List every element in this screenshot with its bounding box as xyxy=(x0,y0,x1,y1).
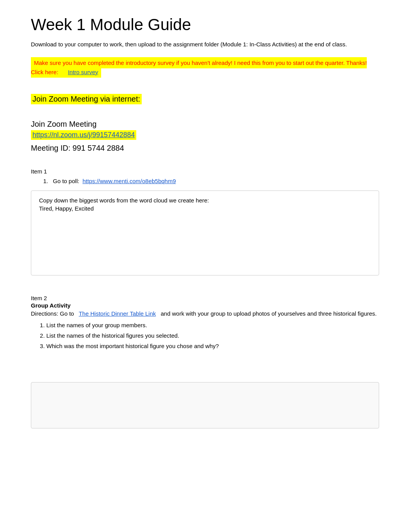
alert-text: Make sure you have completed the introdu… xyxy=(31,57,367,78)
word-cloud-instruction: Copy down the biggest words from the wor… xyxy=(39,197,371,204)
bottom-box xyxy=(31,382,379,428)
alert-block: Make sure you have completed the introdu… xyxy=(31,58,379,77)
page-title: Week 1 Module Guide xyxy=(31,15,379,34)
item1-label: Item 1 xyxy=(31,168,379,175)
intro-survey-link[interactable]: Intro survey xyxy=(68,69,98,75)
page-subtitle: Download to your computer to work, then … xyxy=(31,40,379,49)
zoom-header: Join Zoom Meeting via internet: xyxy=(31,94,379,112)
historic-dinner-table-link[interactable]: The Historic Dinner Table Link xyxy=(79,310,156,317)
item2-list: List the names of your group members.Lis… xyxy=(46,320,379,351)
poll-line: 1. Go to poll: https://www.menti.com/o8e… xyxy=(43,178,379,184)
list-item: List the names of the historical figures… xyxy=(46,330,379,341)
item2-label: Item 2 xyxy=(31,295,379,301)
word-cloud-box: Copy down the biggest words from the wor… xyxy=(31,190,379,275)
list-item: Which was the most important historical … xyxy=(46,341,379,351)
meeting-id: Meeting ID: 991 5744 2884 xyxy=(31,144,379,153)
zoom-url-link[interactable]: https://nl.zoom.us/j/99157442884 xyxy=(31,130,136,140)
poll-url-link[interactable]: https://www.menti.com/o8eb5bqhm9 xyxy=(83,178,176,184)
list-item: List the names of your group members. xyxy=(46,320,379,330)
word-cloud-words: Tired, Happy, Excited xyxy=(39,205,371,212)
directions-line: Directions: Go to The Historic Dinner Ta… xyxy=(31,310,379,317)
item2-group-label: Group Activity xyxy=(31,302,379,309)
zoom-join-label: Join Zoom Meeting xyxy=(31,120,379,129)
